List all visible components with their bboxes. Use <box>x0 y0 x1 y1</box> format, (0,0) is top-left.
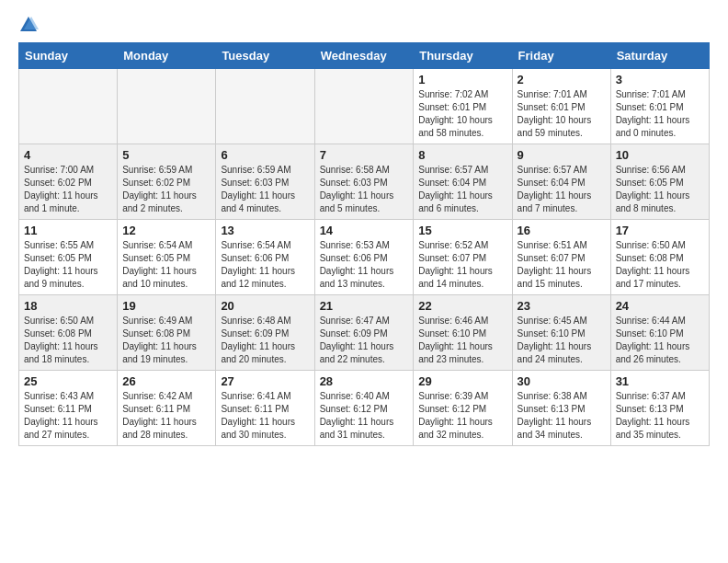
header-thursday: Thursday <box>414 43 512 69</box>
header-tuesday: Tuesday <box>216 43 314 69</box>
calendar-day: 3Sunrise: 7:01 AM Sunset: 6:01 PM Daylig… <box>610 69 709 144</box>
day-info: Sunrise: 6:59 AM Sunset: 6:02 PM Dayligh… <box>122 164 210 215</box>
day-info: Sunrise: 6:59 AM Sunset: 6:03 PM Dayligh… <box>221 164 309 215</box>
calendar-day: 9Sunrise: 6:57 AM Sunset: 6:04 PM Daylig… <box>512 144 610 220</box>
calendar-header-row: SundayMondayTuesdayWednesdayThursdayFrid… <box>19 43 710 69</box>
day-info: Sunrise: 6:54 AM Sunset: 6:05 PM Dayligh… <box>122 239 210 291</box>
day-info: Sunrise: 7:01 AM Sunset: 6:01 PM Dayligh… <box>616 88 704 140</box>
day-number: 30 <box>518 374 606 388</box>
calendar-day <box>216 69 314 144</box>
calendar-table: SundayMondayTuesdayWednesdayThursdayFrid… <box>18 42 710 446</box>
calendar-week-row: 18Sunrise: 6:50 AM Sunset: 6:08 PM Dayli… <box>19 295 710 371</box>
day-info: Sunrise: 6:52 AM Sunset: 6:07 PM Dayligh… <box>418 239 506 291</box>
calendar-day: 26Sunrise: 6:42 AM Sunset: 6:11 PM Dayli… <box>118 371 216 446</box>
calendar-day: 30Sunrise: 6:38 AM Sunset: 6:13 PM Dayli… <box>512 371 610 446</box>
header-wednesday: Wednesday <box>314 43 414 69</box>
day-info: Sunrise: 7:01 AM Sunset: 6:01 PM Dayligh… <box>518 88 606 140</box>
logo-icon <box>18 15 39 35</box>
calendar-day <box>19 69 118 144</box>
day-info: Sunrise: 6:49 AM Sunset: 6:08 PM Dayligh… <box>122 315 210 366</box>
calendar-day: 22Sunrise: 6:46 AM Sunset: 6:10 PM Dayli… <box>414 295 512 371</box>
day-number: 1 <box>418 73 506 86</box>
day-info: Sunrise: 6:47 AM Sunset: 6:09 PM Dayligh… <box>320 315 409 366</box>
day-info: Sunrise: 6:44 AM Sunset: 6:10 PM Dayligh… <box>616 315 704 366</box>
day-info: Sunrise: 6:48 AM Sunset: 6:09 PM Dayligh… <box>221 315 309 366</box>
calendar-day: 23Sunrise: 6:45 AM Sunset: 6:10 PM Dayli… <box>512 295 610 371</box>
day-number: 27 <box>221 374 309 388</box>
day-info: Sunrise: 6:37 AM Sunset: 6:13 PM Dayligh… <box>616 390 704 442</box>
day-number: 21 <box>320 299 409 313</box>
day-info: Sunrise: 6:41 AM Sunset: 6:11 PM Dayligh… <box>221 390 309 442</box>
day-number: 13 <box>221 224 309 237</box>
calendar-day: 6Sunrise: 6:59 AM Sunset: 6:03 PM Daylig… <box>216 144 314 220</box>
calendar-week-row: 4Sunrise: 7:00 AM Sunset: 6:02 PM Daylig… <box>19 144 710 220</box>
day-number: 26 <box>122 374 210 388</box>
day-info: Sunrise: 6:42 AM Sunset: 6:11 PM Dayligh… <box>122 390 210 442</box>
day-number: 16 <box>518 224 606 237</box>
calendar-day: 11Sunrise: 6:55 AM Sunset: 6:05 PM Dayli… <box>19 220 118 295</box>
day-info: Sunrise: 6:58 AM Sunset: 6:03 PM Dayligh… <box>320 164 409 215</box>
day-info: Sunrise: 6:53 AM Sunset: 6:06 PM Dayligh… <box>320 239 409 291</box>
day-info: Sunrise: 6:39 AM Sunset: 6:12 PM Dayligh… <box>418 390 506 442</box>
calendar-week-row: 11Sunrise: 6:55 AM Sunset: 6:05 PM Dayli… <box>19 220 710 295</box>
day-number: 23 <box>518 299 606 313</box>
header-friday: Friday <box>512 43 610 69</box>
day-info: Sunrise: 6:50 AM Sunset: 6:08 PM Dayligh… <box>24 315 112 366</box>
calendar-day: 13Sunrise: 6:54 AM Sunset: 6:06 PM Dayli… <box>216 220 314 295</box>
calendar-day: 27Sunrise: 6:41 AM Sunset: 6:11 PM Dayli… <box>216 371 314 446</box>
calendar-day: 14Sunrise: 6:53 AM Sunset: 6:06 PM Dayli… <box>314 220 414 295</box>
day-info: Sunrise: 6:43 AM Sunset: 6:11 PM Dayligh… <box>24 390 112 442</box>
calendar-day: 8Sunrise: 6:57 AM Sunset: 6:04 PM Daylig… <box>414 144 512 220</box>
calendar-day: 31Sunrise: 6:37 AM Sunset: 6:13 PM Dayli… <box>610 371 709 446</box>
calendar-day: 20Sunrise: 6:48 AM Sunset: 6:09 PM Dayli… <box>216 295 314 371</box>
day-number: 11 <box>24 224 112 237</box>
calendar-day: 24Sunrise: 6:44 AM Sunset: 6:10 PM Dayli… <box>610 295 709 371</box>
day-info: Sunrise: 6:38 AM Sunset: 6:13 PM Dayligh… <box>518 390 606 442</box>
page-header <box>18 15 710 35</box>
day-info: Sunrise: 6:54 AM Sunset: 6:06 PM Dayligh… <box>221 239 309 291</box>
day-number: 10 <box>616 148 704 162</box>
day-number: 7 <box>320 148 409 162</box>
day-number: 17 <box>616 224 704 237</box>
calendar-day <box>314 69 414 144</box>
day-number: 2 <box>518 73 606 86</box>
calendar-day: 7Sunrise: 6:58 AM Sunset: 6:03 PM Daylig… <box>314 144 414 220</box>
calendar-day: 18Sunrise: 6:50 AM Sunset: 6:08 PM Dayli… <box>19 295 118 371</box>
day-number: 6 <box>221 148 309 162</box>
day-number: 9 <box>518 148 606 162</box>
day-number: 4 <box>24 148 112 162</box>
day-info: Sunrise: 7:02 AM Sunset: 6:01 PM Dayligh… <box>418 88 506 140</box>
day-info: Sunrise: 6:57 AM Sunset: 6:04 PM Dayligh… <box>518 164 606 215</box>
day-number: 24 <box>616 299 704 313</box>
calendar-day: 15Sunrise: 6:52 AM Sunset: 6:07 PM Dayli… <box>414 220 512 295</box>
day-info: Sunrise: 6:57 AM Sunset: 6:04 PM Dayligh… <box>418 164 506 215</box>
day-number: 19 <box>122 299 210 313</box>
calendar-day: 16Sunrise: 6:51 AM Sunset: 6:07 PM Dayli… <box>512 220 610 295</box>
day-number: 15 <box>418 224 506 237</box>
day-number: 20 <box>221 299 309 313</box>
day-number: 22 <box>418 299 506 313</box>
calendar-day: 4Sunrise: 7:00 AM Sunset: 6:02 PM Daylig… <box>19 144 118 220</box>
calendar-day: 2Sunrise: 7:01 AM Sunset: 6:01 PM Daylig… <box>512 69 610 144</box>
calendar-day: 19Sunrise: 6:49 AM Sunset: 6:08 PM Dayli… <box>118 295 216 371</box>
calendar-day: 28Sunrise: 6:40 AM Sunset: 6:12 PM Dayli… <box>314 371 414 446</box>
header-saturday: Saturday <box>610 43 709 69</box>
calendar-day: 12Sunrise: 6:54 AM Sunset: 6:05 PM Dayli… <box>118 220 216 295</box>
header-monday: Monday <box>118 43 216 69</box>
calendar-day: 1Sunrise: 7:02 AM Sunset: 6:01 PM Daylig… <box>414 69 512 144</box>
calendar-day: 17Sunrise: 6:50 AM Sunset: 6:08 PM Dayli… <box>610 220 709 295</box>
day-info: Sunrise: 6:56 AM Sunset: 6:05 PM Dayligh… <box>616 164 704 215</box>
day-number: 12 <box>122 224 210 237</box>
header-sunday: Sunday <box>19 43 118 69</box>
day-number: 29 <box>418 374 506 388</box>
calendar-day <box>118 69 216 144</box>
day-number: 14 <box>320 224 409 237</box>
day-info: Sunrise: 6:40 AM Sunset: 6:12 PM Dayligh… <box>320 390 409 442</box>
calendar-day: 5Sunrise: 6:59 AM Sunset: 6:02 PM Daylig… <box>118 144 216 220</box>
day-number: 25 <box>24 374 112 388</box>
day-number: 5 <box>122 148 210 162</box>
calendar-day: 10Sunrise: 6:56 AM Sunset: 6:05 PM Dayli… <box>610 144 709 220</box>
calendar-day: 29Sunrise: 6:39 AM Sunset: 6:12 PM Dayli… <box>414 371 512 446</box>
day-info: Sunrise: 6:46 AM Sunset: 6:10 PM Dayligh… <box>418 315 506 366</box>
day-info: Sunrise: 6:50 AM Sunset: 6:08 PM Dayligh… <box>616 239 704 291</box>
